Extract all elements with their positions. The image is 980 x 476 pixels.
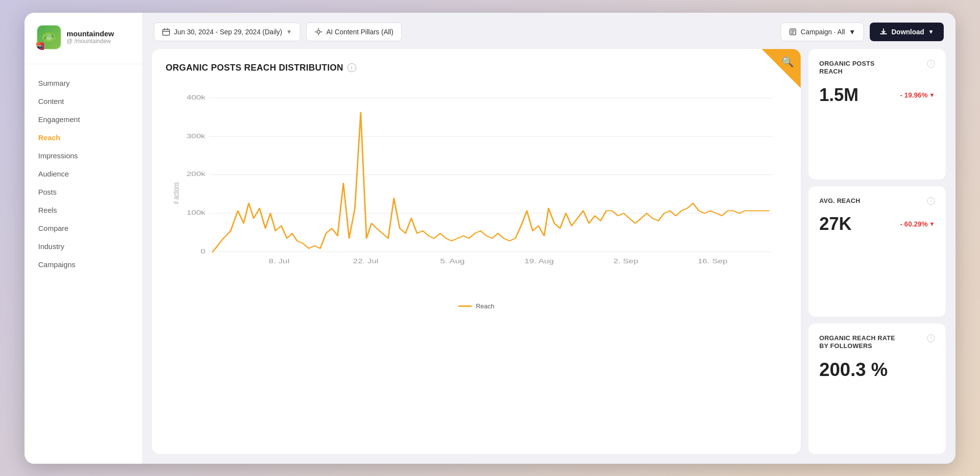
campaign-filter-button[interactable]: Campaign · All ▼ [781, 23, 864, 41]
svg-rect-2 [163, 29, 170, 35]
svg-text:200k: 200k [187, 171, 206, 177]
chart-card: 🔍 ORGANIC POSTS REACH DISTRIBUTION i [152, 49, 801, 454]
chart-title-row: ORGANIC POSTS REACH DISTRIBUTION i [166, 63, 787, 73]
brand-info: mountaindew @ /mountaindew [67, 29, 114, 45]
svg-point-1 [46, 34, 52, 40]
svg-text:400k: 400k [187, 94, 206, 100]
pillars-filter-button[interactable]: AI Content Pillars (All) [306, 23, 402, 41]
download-chevron: ▼ [928, 28, 934, 35]
sidebar-item-engagement[interactable]: Engagement [24, 110, 142, 128]
app-container: 📷 mountaindew @ /mountaindew Summary Con… [24, 13, 956, 464]
legend-label: Reach [476, 302, 494, 310]
brand-handle: @ /mountaindew [67, 38, 114, 45]
stat-label-row-1: ORGANIC POSTSREACH i [819, 60, 935, 76]
svg-text:100k: 100k [187, 209, 206, 216]
stat-arrow-1: ▼ [929, 92, 935, 99]
stat-value-2: 27K [819, 214, 852, 234]
nav-list: Summary Content Engagement Reach Impress… [24, 64, 142, 452]
pillars-icon [315, 28, 322, 36]
sidebar-item-summary[interactable]: Summary [24, 74, 142, 92]
svg-text:300k: 300k [187, 132, 206, 139]
date-filter-label: Jun 30, 2024 - Sep 29, 2024 (Daily) [174, 28, 282, 36]
chart-title: ORGANIC POSTS REACH DISTRIBUTION [166, 63, 343, 73]
brand-logo: 📷 [36, 25, 62, 50]
calendar-icon [162, 28, 170, 36]
sidebar-item-compare[interactable]: Compare [24, 219, 142, 237]
stat-label-3: ORGANIC REACH RATEBY FOLLOWERS [819, 334, 895, 351]
date-filter-button[interactable]: Jun 30, 2024 - Sep 29, 2024 (Daily) ▼ [154, 23, 300, 41]
stats-sidebar: ORGANIC POSTSREACH i 1.5M - 19.96% ▼ AVG… [808, 49, 946, 454]
stat-info-icon-2[interactable]: i [927, 197, 935, 205]
svg-text:22. Jul: 22. Jul [353, 258, 378, 265]
svg-text:# actions: # actions [171, 182, 180, 204]
download-icon [880, 28, 887, 36]
sidebar-item-campaigns[interactable]: Campaigns [24, 255, 142, 274]
campaign-chevron: ▼ [849, 28, 856, 36]
stat-value-row-2: 27K - 60.29% ▼ [819, 214, 935, 234]
magnify-icon[interactable]: 🔍 [782, 56, 794, 68]
stat-value-row-1: 1.5M - 19.96% ▼ [819, 85, 935, 105]
stat-label-2: AVG. REACH [819, 197, 860, 205]
stat-card-organic-reach: ORGANIC POSTSREACH i 1.5M - 19.96% ▼ [808, 49, 946, 179]
stat-card-reach-rate: ORGANIC REACH RATEBY FOLLOWERS i 200.3 % [808, 324, 946, 454]
instagram-badge: 📷 [36, 42, 44, 50]
svg-text:2. Sep: 2. Sep [613, 258, 638, 265]
chart-wrapper: 400k 300k 200k 100k 0 # actions 8. [166, 83, 787, 299]
pillars-filter-label: AI Content Pillars (All) [326, 28, 393, 36]
sidebar-item-reels[interactable]: Reels [24, 201, 142, 219]
stat-arrow-2: ▼ [929, 221, 935, 227]
campaign-filter-label: Campaign · All [801, 28, 845, 36]
stat-value-row-3: 200.3 % [819, 359, 935, 380]
stat-value-3: 200.3 % [819, 359, 887, 380]
campaign-icon [789, 28, 797, 36]
date-filter-chevron: ▼ [286, 28, 292, 35]
chart-legend: Reach [166, 302, 787, 310]
stat-value-1: 1.5M [819, 85, 858, 105]
sidebar-item-industry[interactable]: Industry [24, 237, 142, 255]
svg-point-3 [317, 30, 320, 33]
svg-text:19. Aug: 19. Aug [524, 258, 554, 265]
sidebar-item-impressions[interactable]: Impressions [24, 147, 142, 165]
sidebar-item-posts[interactable]: Posts [24, 183, 142, 201]
download-label: Download [891, 28, 924, 36]
svg-text:5. Aug: 5. Aug [440, 258, 465, 265]
stat-card-avg-reach: AVG. REACH i 27K - 60.29% ▼ [808, 186, 946, 317]
stat-label-row-2: AVG. REACH i [819, 197, 935, 205]
legend-line [458, 305, 472, 307]
brand-name: mountaindew [67, 29, 114, 38]
stat-change-2: - 60.29% ▼ [900, 220, 935, 228]
sidebar-item-audience[interactable]: Audience [24, 165, 142, 183]
toolbar: Jun 30, 2024 - Sep 29, 2024 (Daily) ▼ AI… [152, 23, 946, 41]
stat-info-icon-1[interactable]: i [927, 60, 935, 68]
main-content: Jun 30, 2024 - Sep 29, 2024 (Daily) ▼ AI… [142, 13, 956, 464]
sidebar: 📷 mountaindew @ /mountaindew Summary Con… [24, 13, 142, 464]
svg-text:0: 0 [200, 248, 205, 254]
sidebar-item-reach[interactable]: Reach [24, 128, 142, 147]
stat-info-icon-3[interactable]: i [927, 334, 935, 342]
stat-change-1: - 19.96% ▼ [900, 91, 935, 99]
stat-label-1: ORGANIC POSTSREACH [819, 60, 875, 76]
svg-text:8. Jul: 8. Jul [269, 258, 289, 265]
reach-chart-svg: 400k 300k 200k 100k 0 # actions 8. [166, 83, 787, 299]
svg-text:16. Sep: 16. Sep [698, 258, 728, 265]
download-button[interactable]: Download ▼ [870, 23, 944, 41]
sidebar-item-content[interactable]: Content [24, 92, 142, 110]
chart-info-icon[interactable]: i [347, 63, 356, 72]
brand-section: 📷 mountaindew @ /mountaindew [24, 25, 142, 64]
stat-label-row-3: ORGANIC REACH RATEBY FOLLOWERS i [819, 334, 935, 351]
content-area: 🔍 ORGANIC POSTS REACH DISTRIBUTION i [152, 49, 946, 454]
